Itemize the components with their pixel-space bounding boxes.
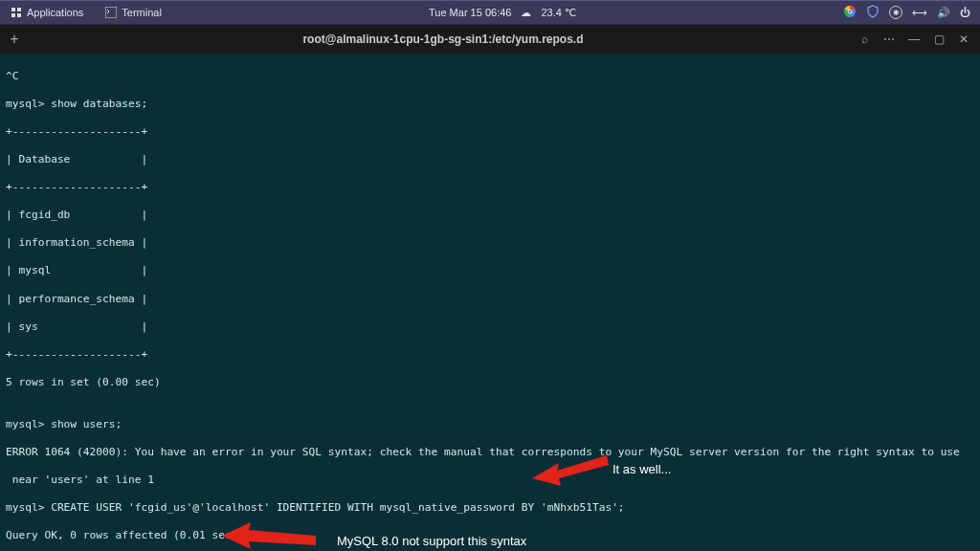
terminal-output[interactable]: ^C mysql> show databases; +-------------… [0, 54, 980, 551]
apps-icon[interactable] [10, 6, 23, 19]
terminal-icon[interactable] [104, 6, 118, 19]
terminal-line: mysql> CREATE USER 'fcgid_us'@'localhost… [6, 501, 974, 516]
terminal-line: | performance_schema | [6, 293, 974, 307]
svg-rect-2 [11, 13, 15, 17]
terminal-line: ERROR 1064 (42000): You have an error in… [6, 446, 974, 460]
svg-rect-3 [17, 13, 21, 17]
terminal-line: mysql> show users; [6, 418, 974, 432]
terminal-line: +--------------------+ [6, 348, 974, 363]
search-icon[interactable]: ⌕ [858, 33, 871, 46]
window-title: root@almalinux-1cpu-1gb-sg-sin1:/etc/yum… [29, 33, 858, 46]
volume-icon[interactable]: 🔊 [937, 7, 950, 19]
weather-icon: ☁ [521, 7, 531, 19]
svg-point-8 [848, 10, 851, 12]
accessibility-icon[interactable]: ✱ [889, 6, 902, 19]
menu-icon[interactable]: ⋯ [882, 33, 896, 46]
close-button[interactable]: ✕ [957, 33, 970, 46]
terminal-tabbar: + root@almalinux-1cpu-1gb-sg-sin1:/etc/y… [0, 25, 980, 54]
annotation-text: It as well... [612, 462, 671, 476]
terminal-line: +--------------------+ [6, 125, 974, 140]
shield-icon[interactable] [866, 5, 880, 20]
power-icon[interactable]: ⏻ [960, 7, 970, 18]
terminal-line: | information_schema | [6, 236, 974, 251]
chrome-icon[interactable] [843, 5, 857, 20]
terminal-line: | fcgid_db | [6, 209, 974, 223]
terminal-line: 5 rows in set (0.00 sec) [6, 376, 974, 390]
system-topbar: Applications Terminal Tue Mar 15 06:46 ☁… [0, 0, 980, 25]
clock[interactable]: Tue Mar 15 06:46 [429, 7, 511, 18]
terminal-app-label[interactable]: Terminal [122, 7, 162, 18]
minimize-button[interactable]: — [907, 33, 921, 46]
svg-rect-1 [17, 8, 21, 11]
maximize-button[interactable]: ▢ [932, 33, 946, 46]
terminal-line: mysql> show databases; [6, 98, 974, 112]
network-icon[interactable]: ⟷ [912, 7, 927, 19]
new-tab-button[interactable]: + [0, 31, 29, 48]
terminal-line: | Database | [6, 153, 974, 167]
temperature: 23.4 ℃ [541, 7, 575, 19]
terminal-line: | mysql | [6, 264, 974, 278]
svg-rect-0 [11, 8, 15, 11]
terminal-line: +--------------------+ [6, 181, 974, 195]
terminal-line: | sys | [6, 320, 974, 335]
annotation-text: MySQL 8.0 not support this syntax [337, 534, 526, 548]
terminal-line: ^C [6, 70, 974, 84]
applications-menu[interactable]: Applications [27, 7, 83, 18]
svg-rect-4 [105, 7, 117, 18]
terminal-line: near 'users' at line 1 [6, 474, 974, 488]
